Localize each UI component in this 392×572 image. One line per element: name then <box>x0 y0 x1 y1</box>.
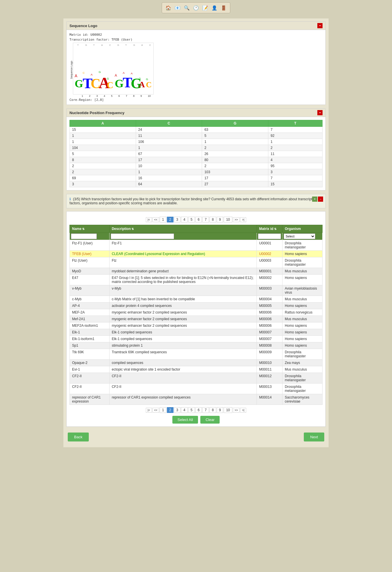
cell-name: Elk-1 <box>70 329 110 336</box>
back-button[interactable]: Back <box>68 433 89 441</box>
cell-name: Elk-1-isoform1 <box>70 336 110 342</box>
info-minus-button[interactable]: − <box>318 197 323 202</box>
b-page-10-btn[interactable]: 10 <box>224 407 232 413</box>
col-a: A <box>70 120 136 127</box>
search-icon[interactable]: 🔍 <box>183 4 191 12</box>
cell-description: Ftz <box>109 257 257 268</box>
main-content: Sequence Logo − Matrix id: U00002 Transc… <box>63 18 329 447</box>
col-organism-header[interactable]: Organism <box>282 225 322 233</box>
filter-organism-cell: Select Homo sapiens Mus musculus Drosoph… <box>282 233 322 240</box>
last-page-btn[interactable]: >| <box>240 217 246 222</box>
sequence-logo-body: Matrix id: U00002 Transcription factor: … <box>67 30 325 105</box>
col-description-header[interactable]: Description <box>109 225 257 233</box>
b-first-page-btn[interactable]: |< <box>146 408 152 413</box>
b-page-3-btn[interactable]: 3 <box>174 407 181 413</box>
page-1-btn[interactable]: 1 <box>160 217 166 222</box>
col-matrix-header[interactable]: Matrix id <box>257 225 282 233</box>
sequence-logo-toggle[interactable]: − <box>317 23 323 28</box>
email-icon[interactable]: 📧 <box>174 4 182 12</box>
cell-organism: Homo sapiens <box>282 275 322 285</box>
cell-organism: Drosophila melanogaster <box>282 373 322 384</box>
seq-logo-wrapper: Sequence Logo T G T A C G <box>69 43 323 97</box>
b-last-page-btn[interactable]: >| <box>240 408 246 413</box>
table-row: Ttk 69KTramtrack 69K compiled sequencesM… <box>70 349 323 360</box>
edit-icon[interactable]: 📝 <box>201 4 209 12</box>
info-plus-button[interactable]: + <box>312 197 317 202</box>
table-row: 5672611 <box>70 151 323 157</box>
cell-matrix-id: M00003 <box>257 285 282 296</box>
cell-organism: Zea mays <box>282 360 322 366</box>
cell-description: Tramtrack 69K compiled sequences <box>109 349 257 360</box>
col-c: C <box>136 120 202 127</box>
sequence-logo-header: Sequence Logo − <box>67 22 325 30</box>
next-button[interactable]: Next <box>304 433 324 441</box>
b-page-8-btn[interactable]: 8 <box>210 407 216 413</box>
table-row: 6916177 <box>70 175 323 181</box>
b-page-6-btn[interactable]: 6 <box>195 407 202 413</box>
prev-page-btn[interactable]: << <box>152 217 159 222</box>
b-page-9-btn[interactable]: 9 <box>217 407 223 413</box>
clock-icon[interactable]: 🕐 <box>192 4 200 12</box>
col-t: T <box>268 120 322 127</box>
cell-name: E47 <box>70 275 110 285</box>
cell-matrix-id: M00009 <box>257 349 282 360</box>
filter-desc-input[interactable] <box>111 233 174 239</box>
page-9-btn[interactable]: 9 <box>217 217 223 222</box>
table-row: repressor of CAR1 expressionrepressor of… <box>70 394 323 405</box>
clear-button[interactable]: Clear <box>200 416 220 424</box>
table-row: 817804 <box>70 157 323 163</box>
page-8-btn[interactable]: 8 <box>210 217 216 222</box>
page-2-btn[interactable]: 2 <box>167 217 174 222</box>
svg-text:A: A <box>101 44 103 46</box>
b-page-1-btn[interactable]: 1 <box>160 407 166 413</box>
b-page-7-btn[interactable]: 7 <box>202 407 209 413</box>
page-10-btn[interactable]: 10 <box>224 217 232 222</box>
next-page-btn[interactable]: >> <box>233 217 240 222</box>
b-page-5-btn[interactable]: 5 <box>188 407 195 413</box>
cell-name: Opaque-2 <box>70 360 110 366</box>
svg-text:G: G <box>85 44 87 46</box>
page-3-btn[interactable]: 3 <box>174 217 181 222</box>
cell-matrix-id: M00005 <box>257 303 282 309</box>
svg-text:A: A <box>91 73 93 76</box>
svg-text:C: C <box>149 44 151 46</box>
table-row: 104122 <box>70 145 323 151</box>
cell-description: Elk-1 compiled sequences <box>109 329 257 336</box>
exit-icon[interactable]: 🚪 <box>220 4 228 12</box>
table-row: c-Mybc-Myb Matrix of [1] has been invert… <box>70 296 323 303</box>
cell-matrix-id: M00008 <box>257 342 282 349</box>
user-icon[interactable]: 👤 <box>210 4 218 12</box>
cell-name: repressor of CAR1 expression <box>70 394 110 405</box>
page-4-btn[interactable]: 4 <box>181 217 188 222</box>
main-data-table: Name Description Matrix id Organism Sele… <box>69 225 323 405</box>
filter-matrix-input[interactable] <box>258 233 281 239</box>
filter-name-input[interactable] <box>71 233 97 239</box>
b-next-page-btn[interactable]: >> <box>233 408 240 413</box>
table-row: 211033 <box>70 169 323 175</box>
col-name-header[interactable]: Name <box>70 225 110 233</box>
tf-text: Transcription factor: TFEB (User) <box>69 38 323 41</box>
page-6-btn[interactable]: 6 <box>195 217 202 222</box>
nucleotide-toggle[interactable]: − <box>317 110 323 115</box>
b-page-4-btn[interactable]: 4 <box>181 407 188 413</box>
x-axis-labels: 1 2 3 4 5 6 7 8 9 10 <box>73 95 154 97</box>
table-row: 1524637 <box>70 127 323 133</box>
cell-name: Evi-1 <box>70 366 110 373</box>
svg-text:C: C <box>146 80 152 89</box>
filter-organism-select[interactable]: Select Homo sapiens Mus musculus Drosoph… <box>284 233 315 239</box>
cell-matrix-id: M00014 <box>257 394 282 405</box>
sequence-logo-panel: Sequence Logo − Matrix id: U00002 Transc… <box>66 21 326 105</box>
cell-description: v-Myb <box>109 285 257 296</box>
b-prev-page-btn[interactable]: << <box>152 408 159 413</box>
cell-matrix-id: M00002 <box>257 275 282 285</box>
select-all-button[interactable]: Select All <box>172 416 198 424</box>
first-page-btn[interactable]: |< <box>146 217 152 222</box>
home-icon[interactable]: 🏠 <box>164 4 172 12</box>
page-5-btn[interactable]: 5 <box>188 217 195 222</box>
svg-text:G: G <box>99 70 101 73</box>
core-region-text: Core-Region: [2,8] <box>69 98 323 102</box>
b-page-2-btn[interactable]: 2 <box>167 407 174 413</box>
table-row: Elk-1Elk-1 compiled sequencesM00007Homo … <box>70 329 323 336</box>
nucleotide-title: Nucleotide Position Frequency <box>69 111 125 115</box>
page-7-btn[interactable]: 7 <box>202 217 209 222</box>
